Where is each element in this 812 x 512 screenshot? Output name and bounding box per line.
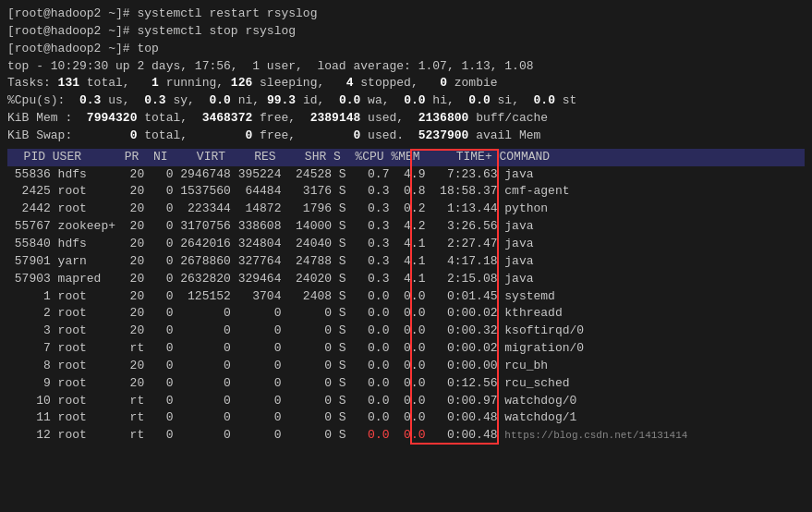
table-row: 2 root 20 0 0 0 0 S 0.0 0.0 0:00.02 kthr… bbox=[7, 305, 805, 323]
swap-line: KiB Swap: 0 total, 0 free, 0 used. 52379… bbox=[7, 128, 805, 145]
table-row: 55840 hdfs 20 0 2642016 324804 24040 S 0… bbox=[7, 236, 805, 253]
table-row: 12 root rt 0 0 0 0 S 0.0 0.0 0:00.48 htt… bbox=[7, 427, 805, 445]
table-row: 3 root 20 0 0 0 0 S 0.0 0.0 0:00.32 ksof… bbox=[7, 323, 805, 340]
table-header: PID USER PR NI VIRT RES SHR S %CPU %MEM … bbox=[7, 149, 805, 166]
table-row: 2442 root 20 0 223344 14872 1796 S 0.3 0… bbox=[7, 201, 805, 218]
prompt-3: [root@hadoop2 ~]# bbox=[7, 42, 137, 55]
table-row: 57903 mapred 20 0 2632820 329464 24020 S… bbox=[7, 271, 805, 288]
cmd-3: top bbox=[137, 42, 158, 55]
table-row: 1 root 20 0 125152 3704 2408 S 0.0 0.0 0… bbox=[7, 288, 805, 306]
top-title-line: top - 10:29:30 up 2 days, 17:56, 1 user,… bbox=[7, 58, 805, 76]
cmd-line-1: [root@hadoop2 ~]# systemctl restart rsys… bbox=[7, 6, 805, 23]
mem-line: KiB Mem : 7994320 total, 3468372 free, 2… bbox=[7, 110, 805, 128]
terminal: [root@hadoop2 ~]# systemctl restart rsys… bbox=[0, 0, 812, 512]
table-row: 57901 yarn 20 0 2678860 327764 24788 S 0… bbox=[7, 253, 805, 271]
cpu-line: %Cpu(s): 0.3 us, 0.3 sy, 0.0 ni, 99.3 id… bbox=[7, 92, 805, 110]
cmd-line-3: [root@hadoop2 ~]# top bbox=[7, 41, 805, 58]
cmd-1: systemctl restart rsyslog bbox=[137, 6, 317, 20]
table-row: 55767 zookeep+ 20 0 3170756 338608 14000… bbox=[7, 218, 805, 236]
table-row: 8 root 20 0 0 0 0 S 0.0 0.0 0:00.00 rcu_… bbox=[7, 358, 805, 375]
table-row: 9 root 20 0 0 0 0 S 0.0 0.0 0:12.56 rcu_… bbox=[7, 375, 805, 393]
prompt-2: [root@hadoop2 ~]# bbox=[7, 24, 137, 38]
prompt-1: [root@hadoop2 ~]# bbox=[7, 6, 137, 20]
process-table: PID USER PR NI VIRT RES SHR S %CPU %MEM … bbox=[7, 149, 805, 445]
table-row: 2425 root 20 0 1537560 64484 3176 S 0.3 … bbox=[7, 183, 805, 201]
table-row: 55836 hdfs 20 0 2946748 395224 24528 S 0… bbox=[7, 166, 805, 184]
table-row: 10 root rt 0 0 0 0 S 0.0 0.0 0:00.97 wat… bbox=[7, 393, 805, 410]
cmd-2: systemctl stop rsyslog bbox=[137, 24, 296, 38]
table-row: 7 root rt 0 0 0 0 S 0.0 0.0 0:00.02 migr… bbox=[7, 340, 805, 358]
tasks-line: Tasks: 131 total, 1 running, 126 sleepin… bbox=[7, 75, 805, 92]
table-row: 11 root rt 0 0 0 0 S 0.0 0.0 0:00.48 wat… bbox=[7, 409, 805, 427]
cmd-line-2: [root@hadoop2 ~]# systemctl stop rsyslog bbox=[7, 23, 805, 41]
watermark: https://blog.csdn.net/14131414 bbox=[504, 430, 687, 441]
